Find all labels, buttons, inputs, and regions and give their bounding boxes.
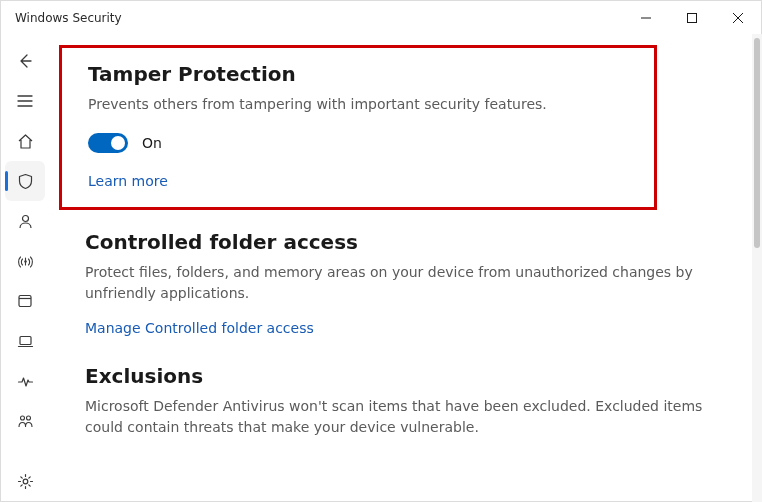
title-bar: Windows Security <box>1 1 761 35</box>
svg-rect-4 <box>20 336 31 344</box>
nav-firewall[interactable] <box>5 241 45 281</box>
toggle-knob <box>111 136 125 150</box>
minimize-button[interactable] <box>623 1 669 35</box>
arrow-left-icon <box>17 53 33 69</box>
gear-icon <box>17 473 34 490</box>
nav-rail <box>1 35 49 501</box>
app-icon <box>17 293 33 309</box>
manage-cfa-link[interactable]: Manage Controlled folder access <box>85 320 314 336</box>
window-title: Windows Security <box>15 11 122 25</box>
svg-rect-3 <box>19 296 31 307</box>
svg-point-6 <box>26 416 30 420</box>
hamburger-icon <box>17 93 33 109</box>
home-icon <box>17 133 34 150</box>
svg-point-5 <box>20 416 24 420</box>
maximize-button[interactable] <box>669 1 715 35</box>
wifi-icon <box>17 253 34 270</box>
nav-virus-protection[interactable] <box>5 161 45 201</box>
back-button[interactable] <box>5 41 45 81</box>
cfa-title: Controlled folder access <box>85 230 725 254</box>
close-button[interactable] <box>715 1 761 35</box>
scrollbar-thumb[interactable] <box>754 38 760 248</box>
svg-point-7 <box>23 479 28 484</box>
svg-rect-0 <box>688 14 697 23</box>
nav-family-options[interactable] <box>5 401 45 441</box>
heartbeat-icon <box>17 373 34 390</box>
exclusions-title: Exclusions <box>85 364 725 388</box>
nav-device-security[interactable] <box>5 321 45 361</box>
nav-settings[interactable] <box>5 461 45 501</box>
svg-point-1 <box>22 215 28 221</box>
scrollbar[interactable] <box>752 34 762 502</box>
account-icon <box>17 213 34 230</box>
exclusions-desc: Microsoft Defender Antivirus won't scan … <box>85 396 725 438</box>
menu-button[interactable] <box>5 81 45 121</box>
laptop-icon <box>17 333 34 350</box>
tamper-desc: Prevents others from tampering with impo… <box>88 94 634 115</box>
nav-account-protection[interactable] <box>5 201 45 241</box>
nav-home[interactable] <box>5 121 45 161</box>
tamper-title: Tamper Protection <box>88 62 634 86</box>
people-icon <box>17 413 34 430</box>
cfa-desc: Protect files, folders, and memory areas… <box>85 262 725 304</box>
tamper-protection-highlight: Tamper Protection Prevents others from t… <box>59 45 657 210</box>
tamper-learn-more-link[interactable]: Learn more <box>88 173 168 189</box>
cfa-section: Controlled folder access Protect files, … <box>85 230 725 336</box>
nav-app-browser[interactable] <box>5 281 45 321</box>
svg-point-2 <box>24 260 26 262</box>
tamper-toggle-state: On <box>142 135 162 151</box>
exclusions-section: Exclusions Microsoft Defender Antivirus … <box>85 364 725 438</box>
shield-icon <box>17 173 34 190</box>
tamper-protection-toggle[interactable] <box>88 133 128 153</box>
window-controls <box>623 1 761 35</box>
content-area: Tamper Protection Prevents others from t… <box>49 35 761 501</box>
nav-device-performance[interactable] <box>5 361 45 401</box>
